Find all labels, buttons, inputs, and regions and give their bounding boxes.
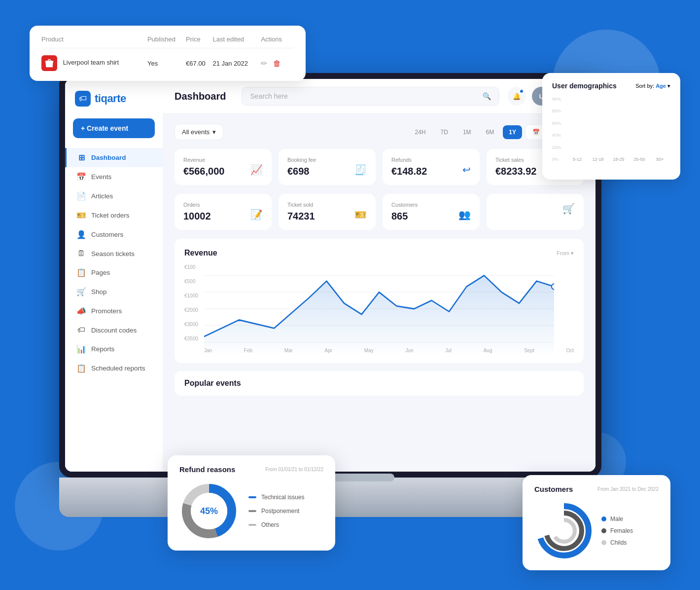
page-title: Dashboard bbox=[175, 91, 226, 102]
dashboard-body: All events ▾ 24H 7D 1M 6M 1Y 📅 Choose da… bbox=[163, 114, 595, 472]
x-axis: JanFebMarAprMay JunJulAugSeptOct bbox=[204, 348, 574, 353]
legend-label-others: Others bbox=[261, 521, 279, 528]
sidebar-item-promoters[interactable]: 📣 Promoters bbox=[65, 301, 163, 321]
reports-icon: 📊 bbox=[76, 344, 86, 354]
col-actions: Actions bbox=[261, 36, 294, 48]
popular-events-title: Popular events bbox=[184, 379, 241, 387]
y-label-0: 0% bbox=[552, 157, 567, 162]
sidebar-label-pages: Pages bbox=[91, 269, 110, 276]
delete-button[interactable]: 🗑 bbox=[273, 59, 281, 68]
discount-codes-icon: 🏷 bbox=[76, 326, 86, 334]
product-table-card: Product Published Price Last edited Acti… bbox=[30, 26, 306, 81]
svg-point-14 bbox=[558, 524, 570, 537]
popular-events-section: Popular events bbox=[175, 371, 584, 396]
dot-females bbox=[601, 528, 606, 533]
sidebar-item-ticket-orders[interactable]: 🎫 Ticket orders bbox=[65, 206, 163, 225]
revenue-icon: 📈 bbox=[250, 164, 263, 176]
bar-label-12-18: 12-18 bbox=[592, 157, 603, 162]
y-label-20: 20% bbox=[552, 145, 567, 150]
time-btn-24h[interactable]: 24H bbox=[409, 125, 432, 139]
stat-label-orders: Orders bbox=[183, 202, 263, 208]
sidebar-label-reports: Reports bbox=[91, 345, 114, 353]
legend-postponement: Postponement bbox=[248, 508, 304, 515]
filter-bar: All events ▾ 24H 7D 1M 6M 1Y 📅 Choose da… bbox=[175, 124, 584, 140]
product-published: Yes bbox=[147, 48, 186, 72]
edit-icon: ✏ bbox=[261, 59, 267, 68]
calendar-icon: 📅 bbox=[532, 129, 540, 136]
sidebar-label-dashboard: Dashboard bbox=[91, 154, 126, 161]
events-icon: 📅 bbox=[76, 172, 86, 182]
notification-dot bbox=[519, 89, 524, 94]
legend-technical-issues: Technical issues bbox=[248, 494, 304, 501]
legend-females: Females bbox=[601, 527, 633, 534]
ticket-orders-icon: 🎫 bbox=[76, 211, 86, 220]
stat-card-booking-fee: Booking fee 🧾 €698 bbox=[279, 149, 376, 185]
sidebar-item-discount-codes[interactable]: 🏷 Discount codes bbox=[65, 321, 163, 339]
product-image bbox=[41, 55, 57, 71]
sidebar-item-shop[interactable]: 🛒 Shop bbox=[65, 282, 163, 301]
articles-icon: 📄 bbox=[76, 191, 86, 201]
sidebar-label-events: Events bbox=[91, 173, 111, 181]
search-placeholder: Search here bbox=[250, 92, 287, 100]
revenue-title: Revenue bbox=[184, 249, 217, 258]
stat-card-orders: Orders 📝 10002 bbox=[175, 194, 272, 230]
sidebar-item-dashboard[interactable]: ⊞ Dashboard bbox=[65, 148, 163, 167]
sort-label: Sort by: bbox=[635, 83, 654, 89]
search-icon: 🔍 bbox=[483, 92, 491, 100]
all-events-dropdown[interactable]: All events ▾ bbox=[175, 124, 223, 140]
sidebar-item-season-tickets[interactable]: 🗓 Season tickets bbox=[65, 244, 163, 263]
sidebar-item-articles[interactable]: 📄 Articles bbox=[65, 186, 163, 206]
label-childs: Childs bbox=[610, 539, 627, 546]
legend-childs: Childs bbox=[601, 539, 633, 546]
sidebar-label-promoters: Promoters bbox=[91, 307, 122, 315]
label-male: Male bbox=[610, 516, 623, 522]
time-btn-1m[interactable]: 1M bbox=[457, 125, 477, 139]
legend-dot-technical bbox=[248, 496, 256, 498]
trash-icon: 🗑 bbox=[273, 59, 281, 68]
refunds-icon: ↩ bbox=[462, 164, 471, 176]
sidebar-item-reports[interactable]: 📊 Reports bbox=[65, 339, 163, 359]
bar-label-5-12: 5-12 bbox=[573, 157, 582, 162]
chevron-down-icon: ▾ bbox=[212, 128, 216, 136]
season-tickets-icon: 🗓 bbox=[76, 249, 86, 258]
refund-date: From 01/01/21 to 01/12/22 bbox=[265, 467, 323, 472]
product-last-edited: 21 Jan 2022 bbox=[212, 48, 261, 72]
revenue-header: Revenue From ▾ bbox=[184, 249, 574, 258]
search-bar[interactable]: Search here 🔍 bbox=[242, 87, 499, 106]
legend-label-technical: Technical issues bbox=[261, 494, 304, 501]
stats-grid-row1: Revenue 📈 €566,000 Booking fee 🧾 €698 Re… bbox=[175, 149, 584, 185]
demographics-panel: User demographics Sort by: Age ▾ 0% 20% … bbox=[542, 73, 680, 180]
col-published: Published bbox=[147, 36, 186, 48]
dot-male bbox=[601, 516, 606, 521]
time-btn-1y[interactable]: 1Y bbox=[503, 125, 522, 139]
ring-chart bbox=[534, 501, 594, 560]
refund-body: 45% Technical issues Postponement Others bbox=[179, 481, 323, 541]
sidebar-item-pages[interactable]: 📋 Pages bbox=[65, 263, 163, 282]
logo-icon: 🏷 bbox=[75, 91, 91, 107]
orders-icon: 📝 bbox=[250, 209, 263, 221]
edit-button[interactable]: ✏ bbox=[261, 59, 267, 68]
y-label-80: 80% bbox=[552, 109, 567, 113]
time-btn-7d[interactable]: 7D bbox=[435, 125, 454, 139]
customers-icon: 👤 bbox=[76, 230, 86, 239]
create-event-button[interactable]: + Create event bbox=[73, 118, 155, 138]
pages-icon: 📋 bbox=[76, 268, 86, 277]
shop-icon: 🛒 bbox=[76, 287, 86, 296]
stat-label-refunds: Refunds bbox=[391, 157, 471, 163]
sidebar-item-scheduled-reports[interactable]: 📋 Scheduled reports bbox=[65, 359, 163, 378]
notification-button[interactable]: 🔔 bbox=[507, 87, 526, 106]
product-price: €67.00 bbox=[186, 48, 212, 72]
bar-label-18-25: 18-25 bbox=[613, 157, 624, 162]
logo-text: tiqarte bbox=[95, 92, 126, 105]
y-label-40: 40% bbox=[552, 133, 567, 138]
time-btn-6m[interactable]: 6M bbox=[480, 125, 500, 139]
revenue-line-chart bbox=[184, 264, 554, 353]
product-name: Liverpool team shirt bbox=[63, 59, 119, 66]
laptop-screen: 🏷 tiqarte + Create event ⊞ Dashboard 📅 E… bbox=[59, 73, 601, 478]
dashboard-icon: ⊞ bbox=[76, 153, 86, 162]
sidebar-item-events[interactable]: 📅 Events bbox=[65, 167, 163, 186]
col-price: Price bbox=[186, 36, 212, 48]
sidebar-item-customers[interactable]: 👤 Customers bbox=[65, 225, 163, 244]
refund-reasons-panel: Refund reasons From 01/01/21 to 01/12/22… bbox=[168, 455, 335, 551]
sidebar-label-shop: Shop bbox=[91, 288, 107, 295]
